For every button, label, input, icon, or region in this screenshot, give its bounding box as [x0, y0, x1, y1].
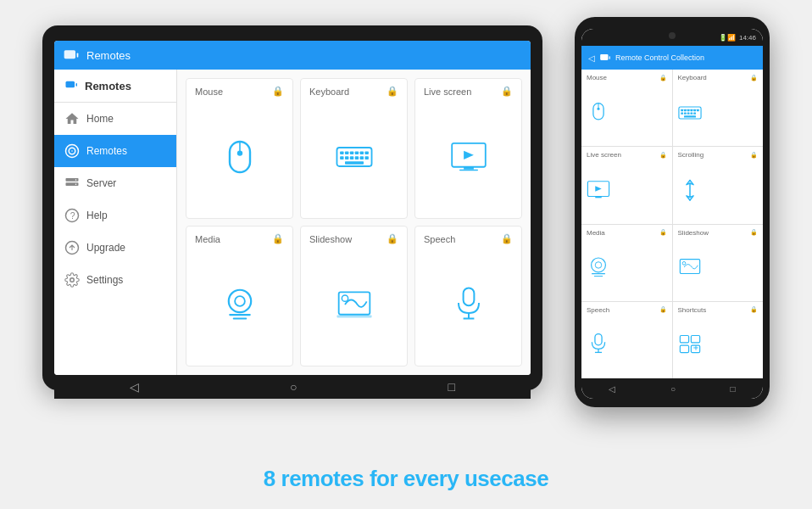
home-button-tablet[interactable]: ○ — [290, 380, 297, 394]
lock-icon-speech: 🔒 — [501, 233, 513, 244]
svg-rect-20 — [345, 151, 348, 154]
tagline: 8 remotes for every usecase — [264, 466, 548, 492]
sidebar-label-settings: Settings — [86, 274, 123, 286]
phone-livescreen-icon — [587, 159, 610, 221]
svg-rect-62 — [684, 115, 696, 117]
home-button-phone[interactable]: ○ — [670, 384, 676, 394]
svg-rect-74 — [680, 336, 688, 343]
phone-card-livescreen[interactable]: Live screen 🔒 — [581, 147, 672, 223]
phone-speech-icon — [587, 314, 610, 376]
svg-point-40 — [342, 295, 348, 301]
phone-lock-slideshow: 🔒 — [750, 229, 758, 236]
sidebar-label-help: Help — [86, 210, 108, 221]
svg-point-10 — [75, 183, 77, 185]
phone-scrolling-icon — [678, 159, 702, 221]
phone-title-mouse: Mouse 🔒 — [587, 74, 667, 81]
phone-card-media[interactable]: Media 🔒 — [581, 225, 672, 301]
svg-rect-1 — [77, 53, 79, 58]
phone-camera — [669, 32, 676, 39]
svg-point-9 — [75, 179, 77, 181]
svg-rect-0 — [64, 50, 75, 59]
svg-rect-31 — [345, 161, 364, 165]
phone-shortcuts-icon — [678, 314, 702, 376]
phone-screen: 🔋📶 14:46 ◁ Remote Control Collection Mou… — [581, 29, 763, 399]
svg-rect-21 — [349, 151, 353, 154]
recents-button-phone[interactable]: □ — [731, 384, 736, 394]
sidebar-item-home[interactable]: Home — [54, 103, 176, 135]
svg-point-14 — [70, 278, 75, 282]
phone-title-speech: Speech 🔒 — [587, 306, 667, 314]
sidebar-label-upgrade: Upgrade — [86, 242, 125, 254]
phone-app-icon — [599, 52, 611, 64]
back-button-phone[interactable]: ◁ — [609, 384, 615, 394]
phone-title-slideshow: Slideshow 🔒 — [678, 229, 759, 237]
lock-icon-slideshow: 🔒 — [387, 233, 398, 244]
svg-point-66 — [595, 262, 601, 268]
tablet-content-grid: Mouse 🔒 — [177, 70, 531, 375]
card-title-media: Media 🔒 — [195, 233, 284, 244]
sidebar-item-server[interactable]: Server — [54, 167, 176, 199]
svg-point-70 — [682, 262, 686, 266]
svg-rect-61 — [693, 112, 696, 114]
sidebar-logo-icon — [64, 78, 80, 93]
svg-rect-57 — [681, 112, 683, 114]
phone-title: Remote Control Collection — [615, 53, 704, 62]
phone-title-scrolling: Scrolling 🔒 — [678, 151, 759, 159]
card-title-slideshow: Slideshow 🔒 — [309, 233, 398, 244]
svg-rect-26 — [345, 156, 348, 159]
tablet-card-livescreen[interactable]: Live screen 🔒 — [414, 78, 522, 219]
tablet-header: Remotes — [54, 41, 531, 70]
lock-icon-mouse: 🔒 — [272, 86, 284, 97]
phone-title-keyboard: Keyboard 🔒 — [678, 74, 759, 81]
svg-rect-22 — [354, 151, 358, 154]
svg-rect-27 — [349, 156, 353, 159]
svg-rect-41 — [336, 315, 371, 317]
svg-rect-19 — [340, 151, 343, 154]
svg-point-49 — [597, 107, 599, 109]
phone-card-shortcuts[interactable]: Shortcuts 🔒 — [673, 302, 764, 378]
tablet-card-media[interactable]: Media 🔒 — [186, 226, 293, 366]
sidebar-logo: Remotes — [54, 70, 176, 103]
sidebar-item-help[interactable]: ? Help — [54, 199, 176, 232]
phone-keyboard-icon — [678, 81, 702, 143]
phone-nav-bar: ◁ ○ □ — [581, 378, 763, 399]
sidebar-item-upgrade[interactable]: Upgrade — [54, 232, 176, 264]
svg-rect-60 — [690, 112, 692, 114]
phone-card-keyboard[interactable]: Keyboard 🔒 — [673, 70, 764, 146]
back-button-tablet[interactable]: ◁ — [130, 380, 139, 394]
svg-rect-53 — [687, 109, 689, 110]
sidebar-item-settings[interactable]: Settings — [54, 264, 176, 296]
tablet-screen: Remotes Remotes Home — [54, 41, 531, 375]
phone-card-mouse[interactable]: Mouse 🔒 — [581, 70, 672, 146]
tablet-card-slideshow[interactable]: Slideshow 🔒 — [300, 226, 408, 366]
media-icon — [195, 248, 284, 361]
phone-card-slideshow[interactable]: Slideshow 🔒 — [673, 225, 764, 301]
phone-card-scrolling[interactable]: Scrolling 🔒 — [673, 147, 764, 223]
svg-rect-29 — [359, 156, 363, 159]
recents-button-tablet[interactable]: □ — [448, 380, 455, 394]
svg-rect-55 — [693, 109, 696, 110]
svg-point-35 — [228, 289, 250, 311]
phone-media-icon — [587, 237, 610, 299]
tablet-body: Remotes Home Remotes Serve — [54, 70, 531, 375]
upgrade-icon — [64, 240, 80, 255]
app-icon — [63, 47, 80, 64]
sidebar-item-remotes[interactable]: Remotes — [54, 135, 176, 167]
phone-mouse-icon — [587, 81, 610, 143]
svg-point-17 — [236, 150, 242, 155]
tablet-card-mouse[interactable]: Mouse 🔒 — [186, 78, 293, 219]
help-icon: ? — [64, 208, 80, 223]
svg-rect-34 — [459, 169, 478, 170]
phone-card-speech[interactable]: Speech 🔒 — [581, 302, 672, 378]
svg-rect-76 — [680, 346, 688, 353]
tablet-card-speech[interactable]: Speech 🔒 — [414, 226, 522, 366]
server-icon — [64, 176, 80, 191]
svg-rect-75 — [691, 336, 699, 343]
svg-rect-56 — [696, 109, 698, 110]
tablet-card-keyboard[interactable]: Keyboard 🔒 — [300, 78, 408, 219]
tablet-nav-bar: ◁ ○ □ — [54, 375, 531, 399]
card-title-livescreen: Live screen 🔒 — [424, 86, 513, 97]
svg-rect-52 — [684, 109, 687, 110]
svg-rect-51 — [681, 109, 683, 110]
phone-content-grid: Mouse 🔒 Keyboard 🔒 — [581, 70, 763, 378]
